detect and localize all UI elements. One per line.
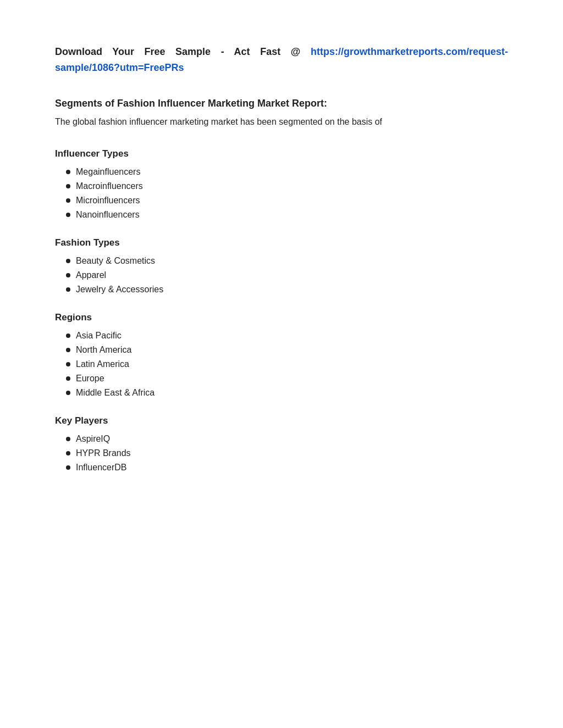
fashion-types-list: Beauty & CosmeticsApparelJewelry & Acces… bbox=[55, 256, 508, 294]
list-item-text: AspireIQ bbox=[76, 434, 110, 444]
regions-section: Regions Asia PacificNorth AmericaLatin A… bbox=[55, 312, 508, 398]
bullet-dot-icon bbox=[66, 170, 70, 174]
bullet-dot-icon bbox=[66, 362, 70, 366]
list-item-text: InfluencerDB bbox=[76, 463, 127, 473]
list-item-text: Middle East & Africa bbox=[76, 388, 154, 398]
bullet-dot-icon bbox=[66, 376, 70, 381]
bullet-dot-icon bbox=[66, 184, 70, 188]
list-item: North America bbox=[66, 345, 508, 355]
bullet-dot-icon bbox=[66, 391, 70, 395]
bullet-dot-icon bbox=[66, 451, 70, 455]
bullet-dot-icon bbox=[66, 198, 70, 203]
list-item: Microinfluencers bbox=[66, 196, 508, 205]
list-item: InfluencerDB bbox=[66, 463, 508, 473]
download-cta: Download Your Free Sample - Act Fast @ h… bbox=[55, 44, 508, 76]
list-item: Apparel bbox=[66, 270, 508, 280]
regions-list: Asia PacificNorth AmericaLatin AmericaEu… bbox=[55, 331, 508, 398]
influencer-types-section: Influencer Types MegainfluencersMacroinf… bbox=[55, 148, 508, 220]
list-item: Beauty & Cosmetics bbox=[66, 256, 508, 266]
segments-title: Segments of Fashion Influencer Marketing… bbox=[55, 98, 508, 109]
list-item-text: Microinfluencers bbox=[76, 196, 140, 205]
key-players-list: AspireIQHYPR BrandsInfluencerDB bbox=[55, 434, 508, 473]
bullet-dot-icon bbox=[66, 287, 70, 292]
list-item-text: Latin America bbox=[76, 359, 129, 369]
download-text-prefix: Download Your Free Sample - Act Fast @ bbox=[55, 46, 300, 57]
key-players-title: Key Players bbox=[55, 415, 508, 426]
bullet-dot-icon bbox=[66, 437, 70, 441]
list-item-text: North America bbox=[76, 345, 131, 355]
segments-description: The global fashion influencer marketing … bbox=[55, 115, 508, 129]
list-item-text: Jewelry & Accessories bbox=[76, 285, 163, 294]
list-item: Middle East & Africa bbox=[66, 388, 508, 398]
list-item-text: Beauty & Cosmetics bbox=[76, 256, 155, 266]
download-text: Download Your Free Sample - Act Fast @ h… bbox=[55, 44, 508, 76]
list-item: Macroinfluencers bbox=[66, 181, 508, 191]
list-item: Megainfluencers bbox=[66, 167, 508, 177]
bullet-dot-icon bbox=[66, 334, 70, 338]
fashion-types-title: Fashion Types bbox=[55, 237, 508, 248]
list-item: AspireIQ bbox=[66, 434, 508, 444]
regions-title: Regions bbox=[55, 312, 508, 323]
bullet-dot-icon bbox=[66, 213, 70, 217]
fashion-types-section: Fashion Types Beauty & CosmeticsApparelJ… bbox=[55, 237, 508, 294]
list-item-text: Europe bbox=[76, 374, 104, 384]
bullet-dot-icon bbox=[66, 273, 70, 277]
list-item: HYPR Brands bbox=[66, 448, 508, 458]
list-item: Latin America bbox=[66, 359, 508, 369]
key-players-section: Key Players AspireIQHYPR BrandsInfluence… bbox=[55, 415, 508, 473]
segments-section: Segments of Fashion Influencer Marketing… bbox=[55, 98, 508, 129]
list-item-text: HYPR Brands bbox=[76, 448, 131, 458]
influencer-types-title: Influencer Types bbox=[55, 148, 508, 159]
list-item-text: Nanoinfluencers bbox=[76, 210, 140, 220]
list-item-text: Macroinfluencers bbox=[76, 181, 143, 191]
influencer-types-list: MegainfluencersMacroinfluencersMicroinfl… bbox=[55, 167, 508, 220]
list-item-text: Asia Pacific bbox=[76, 331, 122, 341]
bullet-dot-icon bbox=[66, 259, 70, 263]
bullet-dot-icon bbox=[66, 465, 70, 470]
list-item-text: Apparel bbox=[76, 270, 106, 280]
list-item: Europe bbox=[66, 374, 508, 384]
list-item: Asia Pacific bbox=[66, 331, 508, 341]
list-item: Jewelry & Accessories bbox=[66, 285, 508, 294]
bullet-dot-icon bbox=[66, 348, 70, 352]
list-item: Nanoinfluencers bbox=[66, 210, 508, 220]
list-item-text: Megainfluencers bbox=[76, 167, 140, 177]
